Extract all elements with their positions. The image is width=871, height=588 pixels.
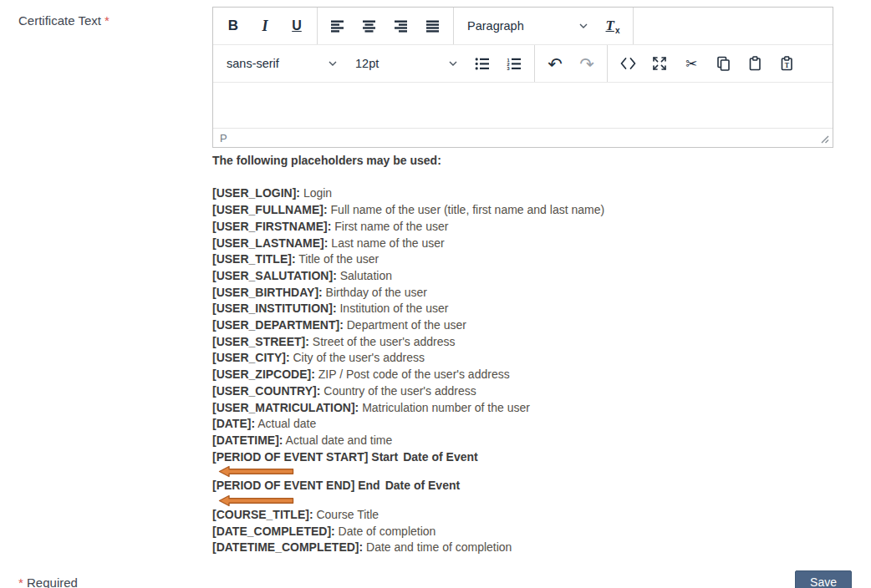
- placeholder-token: [USER_TITLE]:: [212, 252, 296, 266]
- toolbar-group-clipboard: ✂: [608, 45, 807, 82]
- placeholder-desc: Login: [300, 186, 332, 200]
- align-justify-button[interactable]: [419, 12, 447, 40]
- cut-button[interactable]: ✂: [677, 49, 705, 78]
- undo-icon: ↶: [548, 55, 563, 73]
- field-label: Certificate Text: [18, 13, 101, 28]
- align-center-button[interactable]: [355, 12, 384, 40]
- bold-button[interactable]: B: [219, 12, 247, 40]
- placeholder-help-heading: The following placeholders may be used:: [212, 153, 833, 170]
- chevron-down-icon: [329, 61, 337, 66]
- placeholder-desc: Last name of the user: [328, 236, 444, 250]
- paste-button[interactable]: [741, 49, 769, 78]
- toolbar-spacer: [634, 8, 833, 44]
- placeholder-line: [USER_TITLE]: Title of the user: [212, 251, 833, 268]
- align-left-button[interactable]: [323, 12, 352, 40]
- fullscreen-button[interactable]: [645, 49, 674, 78]
- editor-content[interactable]: [213, 83, 833, 129]
- placeholder-desc: First name of the user: [331, 220, 448, 233]
- placeholder-token: [USER_FULLNAME]:: [212, 203, 328, 216]
- rich-text-editor: B I U: [212, 7, 833, 148]
- chevron-down-icon: [449, 61, 457, 66]
- toolbar-group-alignment: [318, 8, 454, 44]
- placeholder-line: [USER_SALUTATION]: Salutation: [212, 268, 833, 285]
- copy-icon: [716, 56, 731, 71]
- placeholder-token: [USER_ZIPCODE]:: [212, 368, 315, 381]
- form-footer: * Required Save: [0, 570, 871, 588]
- placeholder-line: [USER_DEPARTMENT]: Department of the use…: [212, 317, 833, 334]
- redo-button[interactable]: ↷: [573, 49, 601, 78]
- placeholder-token: [USER_LOGIN]:: [212, 186, 300, 200]
- placeholder-desc: Title of the user: [296, 252, 379, 266]
- save-button[interactable]: Save: [795, 570, 852, 588]
- align-left-icon: [330, 20, 345, 33]
- placeholder-token: [PERIOD OF EVENT END] End: [212, 479, 380, 492]
- certificate-text-label: Certificate Text *: [0, 7, 212, 556]
- italic-icon: I: [262, 18, 267, 35]
- placeholder-desc: Country of the user's address: [320, 384, 476, 398]
- placeholder-token: [USER_COUNTRY]:: [212, 384, 320, 398]
- copy-button[interactable]: [709, 49, 737, 78]
- align-center-icon: [362, 20, 377, 33]
- svg-text:T: T: [785, 62, 790, 69]
- required-asterisk: *: [104, 13, 110, 28]
- paste-as-text-button[interactable]: T: [772, 49, 801, 78]
- toolbar-group-text-style: B I U: [213, 8, 318, 44]
- fullscreen-icon: [652, 56, 667, 71]
- placeholder-desc: Street of the user's address: [309, 335, 456, 348]
- placeholder-desc: Actual date and time: [283, 433, 393, 447]
- placeholder-token: [USER_SALUTATION]:: [212, 269, 337, 282]
- source-code-button[interactable]: [614, 49, 642, 78]
- placeholder-token: [USER_STREET]:: [212, 335, 309, 348]
- placeholder-line: [USER_INSTITUTION]: Institution of the u…: [212, 301, 833, 317]
- paragraph-format-select[interactable]: Paragraph: [460, 12, 595, 40]
- font-size-value: 12pt: [355, 57, 379, 70]
- placeholder-desc: Date and time of completion: [363, 540, 512, 554]
- align-right-icon: [394, 20, 409, 33]
- placeholder-desc: Matriculation number of the user: [359, 401, 530, 414]
- placeholder-desc: Birthday of the user: [323, 286, 427, 299]
- toolbar-spacer: [807, 45, 833, 82]
- placeholder-help: The following placeholders may be used: …: [212, 153, 833, 556]
- clear-formatting-button[interactable]: Tx: [598, 12, 627, 40]
- paste-as-text-icon: T: [779, 56, 794, 71]
- undo-button[interactable]: ↶: [541, 49, 569, 78]
- placeholder-token: [USER_LASTNAME]:: [212, 236, 328, 250]
- underline-button[interactable]: U: [283, 12, 311, 40]
- placeholder-line: [USER_FULLNAME]: Full name of the user (…: [212, 202, 833, 219]
- placeholder-desc: Institution of the user: [337, 302, 449, 315]
- placeholder-desc: Full name of the user (title, first name…: [328, 203, 604, 216]
- placeholder-token: [COURSE_TITLE]:: [212, 508, 313, 521]
- placeholder-line: [USER_LASTNAME]: Last name of the user: [212, 236, 833, 252]
- font-size-select[interactable]: 12pt: [348, 49, 465, 78]
- resize-handle[interactable]: [818, 133, 829, 144]
- bullet-list-icon: [475, 58, 490, 70]
- placeholder-token: [DATETIME_COMPLETED]:: [212, 540, 363, 554]
- placeholder-token: [USER_MATRICULATION]:: [212, 401, 359, 414]
- toolbar-group-font-lists: sans-serif 12pt: [213, 45, 535, 82]
- placeholder-token: [DATETIME]:: [212, 433, 283, 447]
- align-right-button[interactable]: [387, 12, 415, 40]
- certificate-settings-page: Certificate Text * B I U: [0, 0, 871, 588]
- placeholder-token: [DATE]:: [212, 417, 255, 430]
- italic-button[interactable]: I: [251, 12, 279, 40]
- source-code-icon: [620, 58, 636, 69]
- bold-icon: B: [228, 18, 238, 34]
- placeholder-line: [USER_CITY]: City of the user's address: [212, 350, 833, 367]
- placeholder-desc: City of the user's address: [290, 351, 425, 364]
- element-path[interactable]: P: [220, 132, 227, 144]
- placeholder-line: [USER_STREET]: Street of the user's addr…: [212, 334, 833, 351]
- numbered-list-button[interactable]: 1 2 3: [500, 49, 528, 78]
- redo-icon: ↷: [579, 55, 594, 73]
- bullet-list-button[interactable]: [468, 49, 497, 78]
- placeholder-line: [USER_ZIPCODE]: ZIP / Post code of the u…: [212, 367, 833, 383]
- certificate-text-form-row: Certificate Text * B I U: [0, 0, 871, 556]
- chevron-down-icon: [579, 23, 588, 28]
- placeholder-line: [USER_BIRTHDAY]: Birthday of the user: [212, 285, 833, 302]
- font-family-select[interactable]: sans-serif: [219, 49, 344, 78]
- certificate-text-field: B I U: [212, 7, 833, 556]
- placeholder-token: [USER_FIRSTNAME]:: [212, 220, 331, 233]
- placeholder-line: [DATE]: Actual date: [212, 416, 833, 433]
- placeholder-desc: Date of completion: [335, 525, 436, 538]
- paragraph-format-value: Paragraph: [467, 19, 524, 33]
- editor-status-bar: P: [213, 129, 833, 147]
